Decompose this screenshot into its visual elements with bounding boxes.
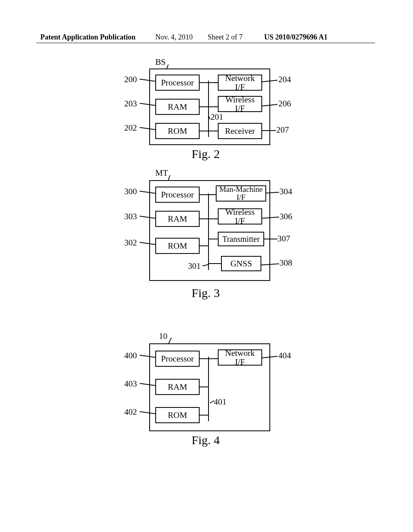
box-processor: Processor <box>155 75 200 91</box>
box-gnss: GNSS <box>221 256 261 271</box>
header-publication: Patent Application Publication <box>40 33 136 42</box>
fig3-bus <box>208 193 209 270</box>
fig3-title: MT <box>155 168 168 178</box>
fig3-h1 <box>200 194 216 195</box>
fig4-title: 10 <box>159 331 167 341</box>
ref-302: 302 <box>124 238 137 248</box>
box-wireless-if-3: Wireless I/F <box>218 208 262 224</box>
fig4-bus <box>208 357 209 421</box>
box-ram-4: RAM <box>155 379 200 395</box>
box-receiver: Receiver <box>218 123 262 139</box>
box-rom-3: ROM <box>155 238 200 254</box>
ref-200: 200 <box>124 75 137 85</box>
fig4-h1 <box>200 358 218 359</box>
ref-307: 307 <box>277 234 290 244</box>
ref-206: 206 <box>278 99 291 109</box>
header-rule <box>36 43 375 43</box>
ref-204: 204 <box>278 75 291 85</box>
ref-203: 203 <box>124 99 137 109</box>
ref-301: 301 <box>188 261 201 271</box>
ref-404: 404 <box>278 351 291 361</box>
fig2-caption: Fig. 2 <box>117 147 294 161</box>
fig2-h2 <box>200 106 218 107</box>
box-network-if-4: Network I/F <box>218 349 262 366</box>
ref-207: 207 <box>276 125 289 135</box>
fig3-h3b <box>208 239 218 239</box>
box-transmitter: Transmitter <box>218 232 264 246</box>
box-rom: ROM <box>155 123 200 139</box>
box-processor-3: Processor <box>155 187 200 203</box>
fig4-h3 <box>200 415 208 416</box>
header-sheet: Sheet 2 of 7 <box>208 33 242 42</box>
ref-308: 308 <box>280 258 292 268</box>
ref-202: 202 <box>124 123 137 133</box>
ref-402: 402 <box>124 407 137 417</box>
box-ram-3: RAM <box>155 211 200 227</box>
box-rom-4: ROM <box>155 407 200 423</box>
ref-304: 304 <box>280 187 292 197</box>
header-date: Nov. 4, 2010 <box>155 33 193 42</box>
box-processor-4: Processor <box>155 351 200 367</box>
fig2-h1 <box>200 82 218 83</box>
box-mmi: Man-Machine I/F <box>216 185 266 202</box>
box-network-if: Network I/F <box>218 75 262 91</box>
fig3-h4 <box>208 263 221 264</box>
ref-201: 201 <box>211 112 223 122</box>
ref-300: 300 <box>124 187 137 197</box>
fig4-caption: Fig. 4 <box>117 433 294 447</box>
ref-403: 403 <box>124 379 137 389</box>
box-ram: RAM <box>155 99 200 115</box>
lead-207 <box>262 130 276 131</box>
ref-401: 401 <box>214 397 227 407</box>
fig2-h3 <box>200 131 218 131</box>
fig4-h2 <box>200 387 208 387</box>
fig3-h3a <box>200 245 208 246</box>
fig3-caption: Fig. 3 <box>117 286 294 300</box>
header-pubno: US 2010/0279696 A1 <box>264 33 327 42</box>
fig2-title: BS <box>155 57 166 67</box>
ref-400: 400 <box>124 351 137 361</box>
fig2-bus <box>208 81 209 137</box>
lead-307 <box>264 239 277 239</box>
ref-303: 303 <box>124 212 137 222</box>
box-wireless-if: Wireless I/F <box>218 96 262 112</box>
fig3-h2 <box>200 218 218 219</box>
ref-306: 306 <box>280 212 292 222</box>
